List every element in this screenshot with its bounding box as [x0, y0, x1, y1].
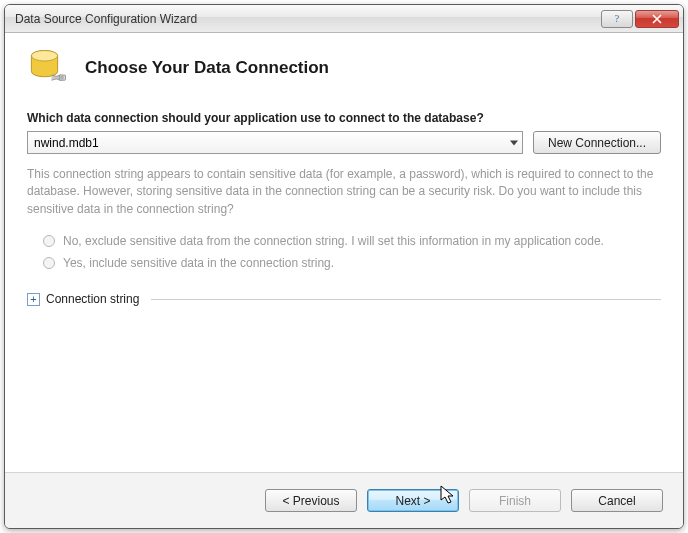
previous-label: < Previous [282, 494, 339, 508]
help-icon: ? [612, 14, 622, 24]
database-icon [27, 47, 69, 89]
svg-rect-3 [59, 75, 65, 80]
next-label: Next > [395, 494, 430, 508]
svg-point-2 [31, 51, 57, 62]
close-button[interactable] [635, 10, 679, 28]
radio-exclude: No, exclude sensitive data from the conn… [43, 234, 661, 248]
cancel-label: Cancel [598, 494, 635, 508]
new-connection-button[interactable]: New Connection... [533, 131, 661, 154]
finish-label: Finish [499, 494, 531, 508]
radio-icon [43, 235, 55, 247]
divider [151, 299, 661, 300]
new-connection-label: New Connection... [548, 136, 646, 150]
sensitive-info-text: This connection string appears to contai… [27, 166, 661, 218]
header-row: Choose Your Data Connection [27, 47, 661, 89]
close-icon [652, 14, 662, 24]
content-area: Choose Your Data Connection Which data c… [5, 33, 683, 472]
page-heading: Choose Your Data Connection [85, 58, 329, 78]
prompt-label: Which data connection should your applic… [27, 111, 661, 125]
radio-exclude-label: No, exclude sensitive data from the conn… [63, 234, 604, 248]
plus-icon: + [27, 293, 40, 306]
connection-string-expander[interactable]: + Connection string [27, 292, 661, 306]
titlebar[interactable]: Data Source Configuration Wizard ? [5, 5, 683, 33]
previous-button[interactable]: < Previous [265, 489, 357, 512]
footer-bar: < Previous Next > Finish Cancel [5, 472, 683, 528]
finish-button: Finish [469, 489, 561, 512]
wizard-dialog: Data Source Configuration Wizard ? Choos… [4, 4, 684, 529]
connection-row: nwind.mdb1 New Connection... [27, 131, 661, 154]
next-button[interactable]: Next > [367, 489, 459, 512]
radio-include-label: Yes, include sensitive data in the conne… [63, 256, 334, 270]
connection-selected: nwind.mdb1 [34, 136, 99, 150]
chevron-down-icon [510, 140, 518, 145]
expander-label: Connection string [46, 292, 139, 306]
help-button[interactable]: ? [601, 10, 633, 28]
radio-icon [43, 257, 55, 269]
svg-text:?: ? [615, 14, 620, 24]
window-title: Data Source Configuration Wizard [15, 12, 599, 26]
radio-include: Yes, include sensitive data in the conne… [43, 256, 661, 270]
connection-dropdown[interactable]: nwind.mdb1 [27, 131, 523, 154]
cancel-button[interactable]: Cancel [571, 489, 663, 512]
